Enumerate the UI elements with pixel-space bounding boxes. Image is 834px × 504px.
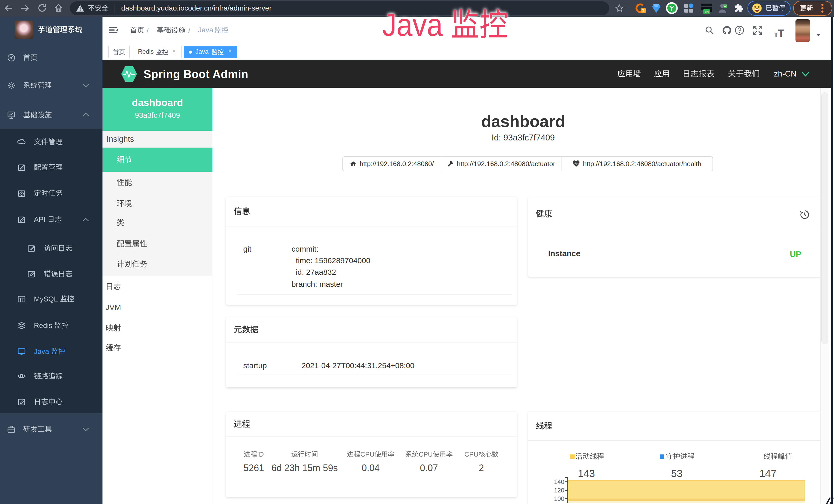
svg-text:on: on — [705, 10, 709, 14]
svg-text:1: 1 — [642, 8, 644, 13]
